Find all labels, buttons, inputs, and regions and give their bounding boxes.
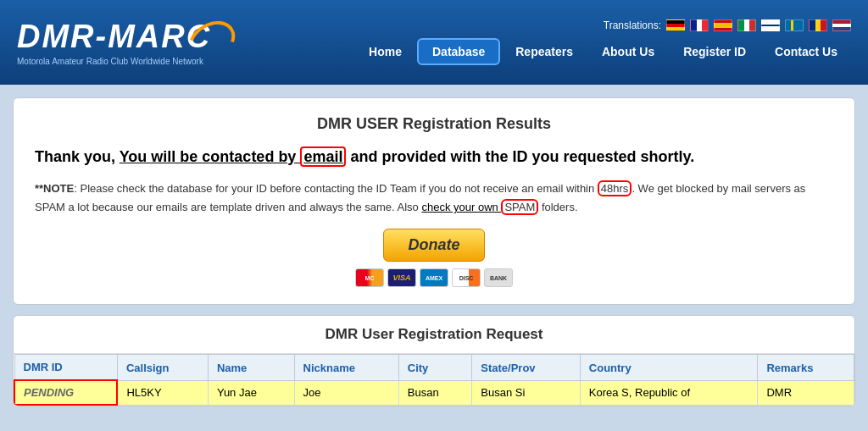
flag-italy-icon[interactable] [737, 19, 756, 31]
mastercard-icon: MC [355, 268, 384, 287]
col-city: City [398, 355, 472, 381]
col-state-prov: State/Prov [472, 355, 581, 381]
thank-you-suffix: and provided with the ID you requested s… [346, 148, 694, 165]
donate-button[interactable]: Donate [383, 229, 484, 262]
note-bold: **NOTE [35, 182, 74, 195]
col-name: Name [208, 355, 294, 381]
thank-you-message: Thank you, You will be contacted by emai… [35, 146, 833, 168]
nav-repeaters[interactable]: Repeaters [502, 40, 587, 64]
flag-germany-icon[interactable] [666, 19, 685, 31]
flag-france-icon[interactable] [690, 19, 709, 31]
visa-icon: VISA [387, 268, 416, 287]
col-dmr-id: DMR ID [14, 355, 117, 381]
col-remarks: Remarks [758, 355, 854, 381]
nav-database[interactable]: Database [417, 38, 500, 65]
cell-dmr-id: PENDING [14, 380, 117, 405]
flag-sweden-icon[interactable] [785, 19, 804, 31]
registration-results-title: DMR USER Registration Results [35, 115, 833, 133]
registration-request-card: DMR User Registration Request DMR ID Cal… [13, 315, 855, 406]
logo-area: DMR-MARC Motorola Amateur Radio Club Wor… [17, 19, 211, 66]
note-text-1: : Please check the database for your ID … [74, 182, 598, 195]
cell-country: Korea S, Republic of [580, 380, 758, 405]
email-word: email [300, 146, 346, 167]
cell-callsign: HL5KY [117, 380, 208, 405]
header-right: Translations: Home Database Repeaters Ab… [355, 19, 851, 65]
amex-icon: AMEX [420, 268, 448, 287]
thank-you-linked: You will be contacted by email [120, 146, 347, 167]
registration-table: DMR ID Callsign Name Nickname City State… [14, 354, 854, 406]
logo-text: DMR-MARC [17, 19, 211, 55]
header: DMR-MARC Motorola Amateur Radio Club Wor… [0, 0, 868, 85]
note-text-3: folders. [538, 201, 577, 213]
col-nickname: Nickname [294, 355, 398, 381]
nav-about-us[interactable]: About Us [588, 40, 668, 64]
translations-row: Translations: [604, 19, 851, 31]
table-row: PENDING HL5KY Yun Jae Joe Busan Busan Si… [14, 380, 854, 405]
nav-register-id[interactable]: Register ID [670, 40, 760, 64]
spam-circle: SPAM [501, 199, 538, 215]
cell-city: Busan [398, 380, 472, 405]
note-paragraph: **NOTE: Please check the database for yo… [35, 180, 833, 217]
cell-nickname: Joe [294, 380, 398, 405]
translations-label: Translations: [604, 19, 661, 31]
registration-results-card: DMR USER Registration Results Thank you,… [13, 97, 855, 305]
cell-name: Yun Jae [208, 380, 294, 405]
hrs-circle: 48hrs [598, 180, 632, 196]
logo-subtitle: Motorola Amateur Radio Club Worldwide Ne… [17, 57, 203, 66]
flag-netherlands-icon[interactable] [832, 19, 851, 31]
flag-romania-icon[interactable] [809, 19, 827, 31]
flag-finland-icon[interactable] [761, 19, 780, 31]
donate-area: Donate MC VISA AMEX DISC BANK [35, 229, 833, 287]
discover-icon: DISC [452, 268, 481, 287]
table-header-row: DMR ID Callsign Name Nickname City State… [14, 355, 854, 381]
cell-remarks: DMR [758, 380, 854, 405]
table-head: DMR ID Callsign Name Nickname City State… [14, 355, 854, 381]
nav-home[interactable]: Home [355, 40, 415, 64]
cell-state-prov: Busan Si [472, 380, 581, 405]
page-content: DMR USER Registration Results Thank you,… [0, 85, 868, 419]
bank-icon: BANK [484, 268, 513, 287]
col-callsign: Callsign [117, 355, 208, 381]
flag-spain-icon[interactable] [714, 19, 732, 31]
check-link: check your own [421, 201, 501, 213]
col-country: Country [580, 355, 758, 381]
registration-request-title: DMR User Registration Request [14, 316, 854, 354]
table-body: PENDING HL5KY Yun Jae Joe Busan Busan Si… [14, 380, 854, 405]
nav-bar: Home Database Repeaters About Us Registe… [355, 38, 851, 65]
nav-contact-us[interactable]: Contact Us [761, 40, 851, 64]
payment-icons: MC VISA AMEX DISC BANK [355, 268, 513, 287]
thank-you-prefix: Thank you, [35, 148, 120, 165]
